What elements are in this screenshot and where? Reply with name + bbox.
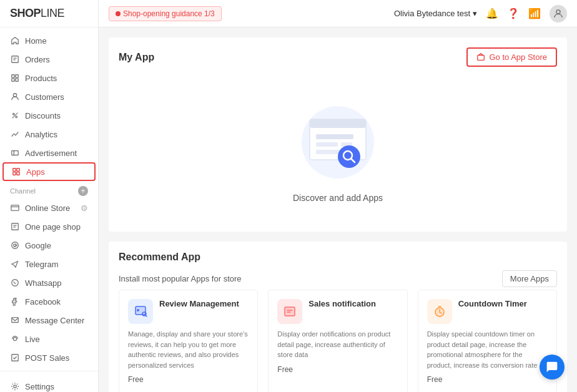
countdown-timer-name: Countdown Timer xyxy=(458,299,527,308)
customers-icon xyxy=(10,92,20,102)
sidebar-item-live[interactable]: Live xyxy=(0,330,98,348)
sidebar-item-telegram-label: Telegram xyxy=(25,260,58,269)
sales-notification-icon xyxy=(277,299,302,324)
sidebar-item-products[interactable]: Products xyxy=(0,69,98,87)
chevron-down-icon: ▾ xyxy=(473,9,477,18)
sidebar-item-advertisement[interactable]: Advertisement xyxy=(0,144,98,162)
svg-rect-32 xyxy=(310,119,366,128)
svg-point-25 xyxy=(13,337,16,340)
analytics-icon xyxy=(10,129,20,139)
app-card-review-management: Review Management Manage, display and sh… xyxy=(119,290,258,392)
topbar-right: Olivia Bytedance test ▾ 🔔 ❓ 📶 xyxy=(394,5,567,22)
sidebar-item-facebook-label: Facebook xyxy=(25,297,61,306)
countdown-timer-desc: Display special countdown timer on produ… xyxy=(427,329,548,370)
bell-icon[interactable]: 🔔 xyxy=(486,7,498,19)
sidebar-item-post-sales[interactable]: POST Sales xyxy=(0,348,98,367)
svg-rect-17 xyxy=(11,205,19,211)
countdown-timer-icon xyxy=(427,299,452,324)
svg-point-9 xyxy=(16,116,17,118)
svg-rect-5 xyxy=(12,79,14,81)
recommend-header: Recommend App xyxy=(119,252,557,263)
telegram-icon xyxy=(10,259,20,269)
sidebar-item-post-sales-label: POST Sales xyxy=(25,353,69,363)
logo-text: SHOPLINE xyxy=(10,7,64,20)
sidebar-item-home[interactable]: Home xyxy=(0,31,98,50)
sales-icon-svg xyxy=(282,304,297,319)
svg-rect-0 xyxy=(12,56,19,63)
recommend-title: Recommend App xyxy=(119,252,200,263)
empty-state-text: Discover and add Apps xyxy=(293,193,383,203)
sales-notification-desc: Display order notifications on product d… xyxy=(277,329,398,360)
whatsapp-icon xyxy=(10,278,20,288)
sidebar-item-home-label: Home xyxy=(25,36,47,46)
discounts-icon xyxy=(10,110,20,120)
guidance-dot xyxy=(116,11,121,16)
home-icon xyxy=(10,36,20,46)
sidebar-item-whatsapp[interactable]: Whatsapp xyxy=(0,273,98,292)
channel-header: Channel + xyxy=(0,181,98,198)
sidebar-item-analytics-label: Analytics xyxy=(25,130,57,139)
sidebar-item-message-center[interactable]: Message Center xyxy=(0,311,98,330)
timer-icon-svg xyxy=(432,304,447,319)
sidebar-nav: Home Orders Products Customers xyxy=(0,27,98,371)
app-card-review-management-header: Review Management xyxy=(128,299,249,324)
main-content: Shop-opening guidance 1/3 Olivia Bytedan… xyxy=(99,0,577,392)
svg-point-42 xyxy=(137,309,139,311)
svg-rect-14 xyxy=(17,169,19,171)
sidebar-footer: Settings xyxy=(0,371,98,392)
sidebar: SHOPLINE Home Orders Products xyxy=(0,0,99,392)
app-card-sales-notification: Sales notification Display order notific… xyxy=(268,290,407,392)
svg-rect-29 xyxy=(478,55,485,60)
sidebar-item-analytics[interactable]: Analytics xyxy=(0,125,98,144)
my-app-section: My App Go to App Store xyxy=(109,37,567,232)
svg-point-28 xyxy=(556,10,560,14)
guidance-text: Shop-opening guidance 1/3 xyxy=(123,9,215,18)
sidebar-item-google[interactable]: Google xyxy=(0,236,98,255)
more-apps-button[interactable]: More Apps xyxy=(502,270,557,287)
svg-rect-6 xyxy=(16,79,18,81)
sidebar-item-apps[interactable]: Apps xyxy=(2,162,96,181)
topbar: Shop-opening guidance 1/3 Olivia Bytedan… xyxy=(99,0,577,27)
google-icon xyxy=(10,240,20,250)
channel-add-button[interactable]: + xyxy=(78,186,88,196)
empty-illustration xyxy=(288,102,388,183)
svg-rect-11 xyxy=(12,151,19,155)
sidebar-item-products-label: Products xyxy=(25,74,57,83)
sidebar-item-customers[interactable]: Customers xyxy=(0,87,98,106)
app-card-sales-notification-header: Sales notification xyxy=(277,299,398,324)
user-avatar[interactable] xyxy=(550,5,567,22)
go-to-store-button[interactable]: Go to App Store xyxy=(466,47,557,67)
my-app-header: My App Go to App Store xyxy=(119,47,557,67)
empty-state: Discover and add Apps xyxy=(119,77,557,222)
svg-rect-15 xyxy=(13,172,16,175)
svg-rect-3 xyxy=(12,75,14,77)
sidebar-item-facebook[interactable]: Facebook xyxy=(0,292,98,311)
sidebar-item-discounts-label: Discounts xyxy=(25,111,61,120)
chat-icon xyxy=(546,361,558,373)
online-store-icon xyxy=(10,203,20,213)
settings-icon xyxy=(10,381,20,391)
sidebar-item-one-page-shop[interactable]: One page shop xyxy=(0,217,98,236)
sidebar-item-telegram[interactable]: Telegram xyxy=(0,255,98,273)
settings-item[interactable]: Settings xyxy=(10,379,88,392)
svg-point-27 xyxy=(14,385,16,388)
svg-rect-13 xyxy=(13,169,16,171)
svg-rect-16 xyxy=(17,172,19,175)
svg-rect-44 xyxy=(285,307,295,316)
chat-bubble-button[interactable] xyxy=(540,355,565,380)
wifi-icon[interactable]: 📶 xyxy=(528,7,541,19)
sidebar-item-discounts[interactable]: Discounts xyxy=(0,106,98,125)
products-icon xyxy=(10,73,20,83)
orders-icon xyxy=(10,54,20,64)
sidebar-item-online-store-label: Online Store xyxy=(25,203,70,213)
user-name[interactable]: Olivia Bytedance test ▾ xyxy=(394,9,477,18)
help-icon[interactable]: ❓ xyxy=(507,7,520,19)
sidebar-item-orders[interactable]: Orders xyxy=(0,50,98,69)
shop-guidance-button[interactable]: Shop-opening guidance 1/3 xyxy=(109,6,222,21)
app-card-countdown-timer-header: Countdown Timer xyxy=(427,299,548,324)
sidebar-item-online-store[interactable]: Online Store ⚙ xyxy=(0,198,98,217)
recommend-subtitle: Install most popular Apps for store xyxy=(119,274,242,283)
sidebar-item-google-label: Google xyxy=(25,241,51,250)
review-management-price: Free xyxy=(128,375,249,384)
online-store-gear-icon[interactable]: ⚙ xyxy=(81,203,88,213)
